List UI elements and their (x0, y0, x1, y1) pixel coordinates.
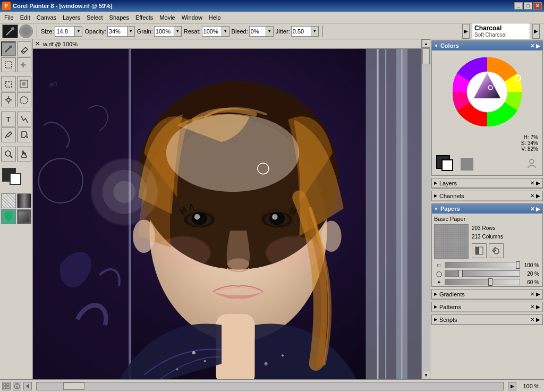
menu-shapes[interactable]: Shapes (106, 13, 132, 22)
status-icon-2[interactable] (13, 382, 21, 390)
colors-close-button[interactable]: ✕ (530, 43, 534, 49)
menu-select[interactable]: Select (83, 13, 106, 22)
brush-name-box[interactable]: Charcoal Soft Charcoal (472, 23, 530, 39)
patterns-panel-header[interactable]: ▶ Patterns ✕ ▶ (432, 302, 542, 312)
hand-tool[interactable] (17, 147, 32, 161)
eraser-tool[interactable] (17, 41, 31, 56)
jitter-arrow[interactable]: ▼ (311, 26, 319, 37)
menu-help[interactable]: Help (206, 13, 224, 22)
move-tool[interactable]: ✛ (17, 57, 32, 72)
layers-close-button[interactable]: ✕ (530, 180, 534, 186)
paper-preview-small[interactable] (1, 193, 16, 208)
slider2-track[interactable] (445, 270, 520, 277)
background-color[interactable] (10, 173, 21, 185)
canvas-image[interactable]: art (33, 49, 421, 379)
patterns-menu-button[interactable]: ▶ (536, 304, 540, 310)
shape-select-tool[interactable] (17, 112, 32, 126)
jitter-input[interactable] (291, 26, 311, 37)
brush-shape-preview[interactable] (19, 24, 33, 38)
patterns-close-button[interactable]: ✕ (530, 304, 534, 310)
scripts-menu-button[interactable]: ▶ (536, 317, 540, 322)
channels-panel-header[interactable]: ▶ Channels ✕ ▶ (432, 191, 542, 201)
scroll-down-button[interactable]: ▼ (422, 371, 430, 379)
channels-menu-button[interactable]: ▶ (536, 193, 540, 199)
size-arrow[interactable]: ▼ (75, 26, 82, 37)
brush-icon-button[interactable] (2, 24, 18, 38)
minimize-button[interactable]: _ (514, 2, 523, 10)
menu-canvas[interactable]: Canvas (33, 13, 60, 22)
brush-variant-preview[interactable] (1, 209, 16, 224)
paper-rotate-button[interactable] (489, 243, 504, 258)
magic-wand-tool[interactable] (1, 92, 16, 107)
person-icon[interactable] (525, 157, 538, 170)
resat-input[interactable] (202, 26, 222, 37)
paint-bucket-tool[interactable] (17, 127, 32, 142)
slider3-track[interactable] (445, 279, 520, 285)
h-scroll-thumb[interactable] (63, 382, 84, 390)
layers-menu-button[interactable]: ▶ (536, 180, 540, 186)
colors-menu-button[interactable]: ▶ (536, 43, 540, 49)
slider3-thumb[interactable] (488, 278, 492, 286)
papers-menu-button[interactable]: ▶ (536, 206, 540, 212)
background-swatch[interactable] (441, 159, 453, 171)
resat-arrow[interactable]: ▼ (222, 26, 230, 37)
eyedropper-tool[interactable] (1, 127, 16, 142)
canvas-close-button[interactable]: ✕ (35, 40, 40, 47)
brush-expand-right[interactable]: ▶ (532, 24, 540, 39)
gradient-preview-small[interactable] (17, 193, 32, 208)
menu-effects[interactable]: Effects (132, 13, 156, 22)
gradients-panel-header[interactable]: ▶ Gradients ✕ ▶ (432, 289, 542, 299)
menu-layers[interactable]: Layers (60, 13, 83, 22)
close-button[interactable]: ✕ (533, 2, 542, 10)
menu-movie[interactable]: Movie (156, 13, 178, 22)
menu-file[interactable]: File (1, 13, 17, 22)
papers-expand-icon[interactable]: ▼ (434, 207, 438, 211)
color-wheel-svg[interactable] (450, 55, 524, 129)
slider1-thumb[interactable] (516, 261, 520, 269)
bleed-input[interactable] (249, 26, 266, 37)
layers-panel-header[interactable]: ▶ Layers ✕ ▶ (432, 178, 542, 188)
scroll-right-button[interactable]: ▶ (508, 382, 516, 390)
lasso-tool[interactable] (17, 92, 32, 107)
slider2-thumb[interactable] (458, 270, 463, 277)
horizontal-scrollbar[interactable] (36, 382, 504, 390)
size-input[interactable] (55, 26, 75, 37)
paper-invert-button[interactable] (472, 243, 487, 258)
opacity-combo[interactable]: ▼ (107, 26, 135, 37)
grain-combo[interactable]: ▼ (154, 26, 182, 37)
brush-tool[interactable] (1, 41, 16, 56)
jitter-combo[interactable]: ▼ (291, 26, 319, 37)
papers-close-button[interactable]: ✕ (530, 206, 534, 212)
channels-close-button[interactable]: ✕ (530, 193, 534, 199)
scripts-close-button[interactable]: ✕ (530, 317, 534, 322)
menu-edit[interactable]: Edit (17, 13, 33, 22)
bleed-combo[interactable]: ▼ (249, 26, 274, 37)
nozzle-preview[interactable] (17, 209, 32, 224)
extra-swatch[interactable] (461, 158, 473, 171)
paper-texture-preview[interactable] (434, 224, 469, 259)
bleed-arrow[interactable]: ▼ (266, 26, 274, 37)
scroll-up-button[interactable]: ▲ (422, 39, 430, 48)
colors-expand-icon[interactable]: ▼ (434, 44, 438, 48)
maximize-button[interactable]: □ (524, 2, 532, 10)
gradients-menu-button[interactable]: ▶ (536, 291, 540, 297)
slider1-track[interactable] (445, 262, 520, 268)
status-icon-1[interactable] (2, 382, 11, 390)
gradients-close-button[interactable]: ✕ (530, 291, 534, 297)
transform-tool[interactable] (17, 76, 32, 91)
resat-combo[interactable]: ▼ (202, 26, 230, 37)
opacity-input[interactable] (107, 26, 128, 37)
status-icon-3[interactable] (23, 382, 32, 390)
scripts-panel-header[interactable]: ▶ Scripts ✕ ▶ (432, 315, 542, 325)
opacity-arrow[interactable]: ▼ (128, 26, 135, 37)
rect-select-tool[interactable] (1, 76, 16, 91)
text-tool[interactable]: T (1, 112, 16, 126)
brush-expand-left[interactable]: ▶ (462, 24, 470, 39)
zoom-tool[interactable] (1, 147, 16, 161)
grain-arrow[interactable]: ▼ (174, 26, 182, 37)
scroll-thumb[interactable] (422, 48, 430, 64)
size-combo[interactable]: ▼ (55, 26, 82, 37)
menu-window[interactable]: Window (178, 13, 206, 22)
crop-tool[interactable] (1, 57, 16, 72)
grain-input[interactable] (154, 26, 174, 37)
